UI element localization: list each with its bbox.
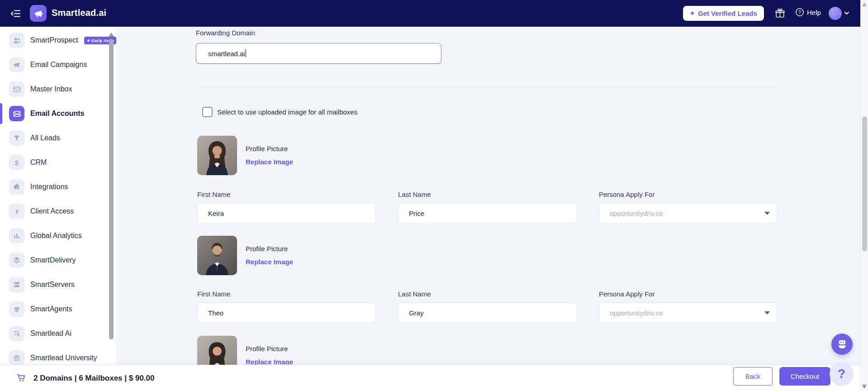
sidebar-item-label: Email Accounts <box>30 110 84 118</box>
sidebar-item-smartlead-ai[interactable]: Smartlead Ai <box>0 321 116 346</box>
persona-group-1: Persona Apply For opportunitydriv.co <box>599 191 778 225</box>
sidebar-item-global-analytics[interactable]: Global Analytics <box>0 224 116 248</box>
last-name-input[interactable] <box>398 302 577 323</box>
sidebar-item-smartservers[interactable]: SmartServers <box>0 272 116 297</box>
university-icon <box>9 350 24 366</box>
dollar-icon: $ <box>9 155 24 170</box>
checkbox[interactable] <box>202 107 213 117</box>
sidebar-item-label: Master Inbox <box>30 85 72 93</box>
chat-assistant-button[interactable] <box>831 334 853 355</box>
bar-chart-icon <box>9 228 24 243</box>
persona-apply-for-label: Persona Apply For <box>599 290 655 298</box>
question-circle-icon: ? <box>795 8 804 17</box>
help-float-button[interactable]: ? <box>830 362 854 386</box>
avatar <box>829 7 842 20</box>
server-icon <box>9 277 24 292</box>
help-label: Help <box>807 9 821 16</box>
section-divider <box>196 86 781 87</box>
first-name-group-1: First Name <box>197 191 376 225</box>
persona-apply-for-label: Persona Apply For <box>599 191 655 198</box>
checkbox-label: Select to use uploaded image for all mai… <box>217 108 357 116</box>
replace-image-link[interactable]: Replace Image <box>246 258 293 266</box>
last-name-input[interactable] <box>398 203 577 224</box>
sidebar-item-client-access[interactable]: Client Access <box>0 199 116 224</box>
profile-picture-label: Profile Picture <box>246 245 288 253</box>
sidebar-item-label: SmartServers <box>30 281 75 289</box>
text-cursor <box>246 49 247 57</box>
megaphone-icon <box>33 9 43 19</box>
sidebar-item-email-accounts[interactable]: Email Accounts <box>0 101 116 126</box>
sidebar-item-master-inbox[interactable]: Master Inbox <box>0 77 116 101</box>
persona-select[interactable]: opportunitydriv.co <box>599 203 778 224</box>
active-indicator <box>0 103 2 124</box>
top-navbar: Smartlead.ai ✦ Get Verified Leads ? Help <box>0 0 868 27</box>
sidebar-item-integrations[interactable]: Integrations <box>0 175 116 199</box>
forwarding-domain-value: smartlead.ai <box>208 50 245 57</box>
inbox-icon <box>9 81 24 97</box>
first-name-label: First Name <box>197 290 230 298</box>
help-menu[interactable]: ? Help <box>795 8 821 17</box>
sidebar-scroll-up-arrow[interactable] <box>109 33 114 37</box>
sidebar-item-label: SmartAgents <box>30 305 72 313</box>
gift-icon[interactable] <box>774 8 786 19</box>
bolt-icon <box>9 204 24 219</box>
sidebar-item-label: SmartDelivery <box>30 256 76 264</box>
sidebar-item-all-leads[interactable]: All Leads <box>0 126 116 150</box>
sidebar: SmartProspect ✦ Early Acce Email Campaig… <box>0 27 116 391</box>
page-scrollbar-thumb[interactable] <box>862 116 867 251</box>
sidebar-scrollbar-thumb[interactable] <box>109 39 114 339</box>
sidebar-item-label: Global Analytics <box>30 232 82 240</box>
question-mark: ? <box>838 367 845 381</box>
persona-select[interactable]: opportunitydriv.co <box>599 302 778 323</box>
sidebar-item-crm[interactable]: $ CRM <box>0 150 116 175</box>
persona-select-value: opportunitydriv.co <box>610 309 663 317</box>
sidebar-item-smartprospect[interactable]: SmartProspect ✦ Early Acce <box>0 28 116 52</box>
sidebar-item-smartagents[interactable]: SmartAgents <box>0 297 116 321</box>
sidebar-item-smartdelivery[interactable]: SmartDelivery <box>0 248 116 272</box>
last-name-label: Last Name <box>398 191 431 198</box>
sidebar-item-label: Email Campaigns <box>30 61 87 69</box>
first-name-input[interactable] <box>197 203 376 224</box>
scroll-up-arrow[interactable] <box>862 2 867 6</box>
sidebar-item-email-campaigns[interactable]: Email Campaigns <box>0 52 116 77</box>
replace-image-link[interactable]: Replace Image <box>246 158 293 166</box>
sidebar-collapse-icon[interactable] <box>10 8 22 19</box>
sidebar-item-label: All Leads <box>30 134 60 142</box>
layers-icon <box>9 253 24 268</box>
smartlead-logo[interactable] <box>30 5 47 22</box>
chevron-down-icon <box>844 12 849 15</box>
get-verified-leads-button[interactable]: ✦ Get Verified Leads <box>683 6 764 21</box>
back-button[interactable]: Back <box>733 367 773 386</box>
account-menu[interactable] <box>829 7 849 20</box>
sidebar-item-label: Client Access <box>30 207 74 215</box>
last-name-group-2: Last Name <box>398 290 577 324</box>
profile-picture-label: Profile Picture <box>246 345 288 353</box>
users-icon <box>9 33 24 48</box>
chevron-down-icon <box>764 212 770 215</box>
profile-picture-2 <box>197 236 237 275</box>
sidebar-item-label: Integrations <box>30 183 68 191</box>
last-name-label: Last Name <box>398 290 431 298</box>
forwarding-domain-input[interactable]: smartlead.ai <box>196 43 441 64</box>
robot-icon <box>835 338 849 351</box>
funnel-icon <box>9 130 24 146</box>
profile-picture-label: Profile Picture <box>246 145 288 153</box>
brand-title: Smartlead.ai <box>52 8 106 18</box>
megaphone-icon <box>9 57 24 72</box>
checkout-button[interactable]: Checkout <box>779 367 830 386</box>
sidebar-item-label: CRM <box>30 158 47 167</box>
persona-select-value: opportunitydriv.co <box>610 210 663 217</box>
flow-icon <box>9 326 24 341</box>
sidebar-item-label: SmartProspect <box>30 36 78 44</box>
use-image-for-all-checkbox-row[interactable]: Select to use uploaded image for all mai… <box>202 107 357 117</box>
cart-icon <box>16 373 27 383</box>
scroll-down-arrow[interactable] <box>862 385 867 389</box>
chevron-down-icon <box>764 311 770 315</box>
page-scrollbar[interactable] <box>860 0 868 391</box>
sidebar-item-label: Smartlead Ai <box>30 329 71 338</box>
envelope-icon <box>9 106 24 121</box>
first-name-group-2: First Name <box>197 290 376 324</box>
forwarding-domain-label: Forwarding Domain <box>196 29 255 37</box>
profile-picture-1 <box>197 136 237 175</box>
first-name-input[interactable] <box>197 302 376 323</box>
